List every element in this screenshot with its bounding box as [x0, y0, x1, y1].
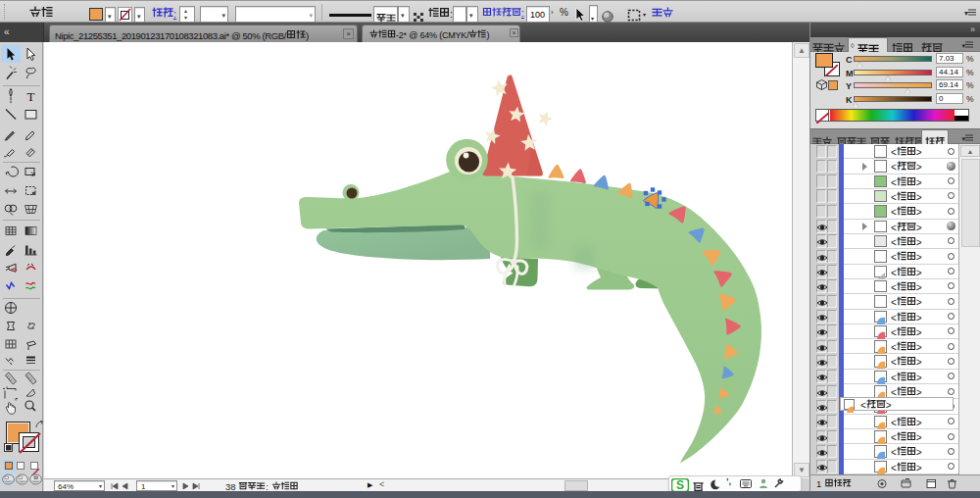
svg-text:S: S: [676, 478, 684, 492]
svg-text:T: T: [27, 89, 35, 104]
